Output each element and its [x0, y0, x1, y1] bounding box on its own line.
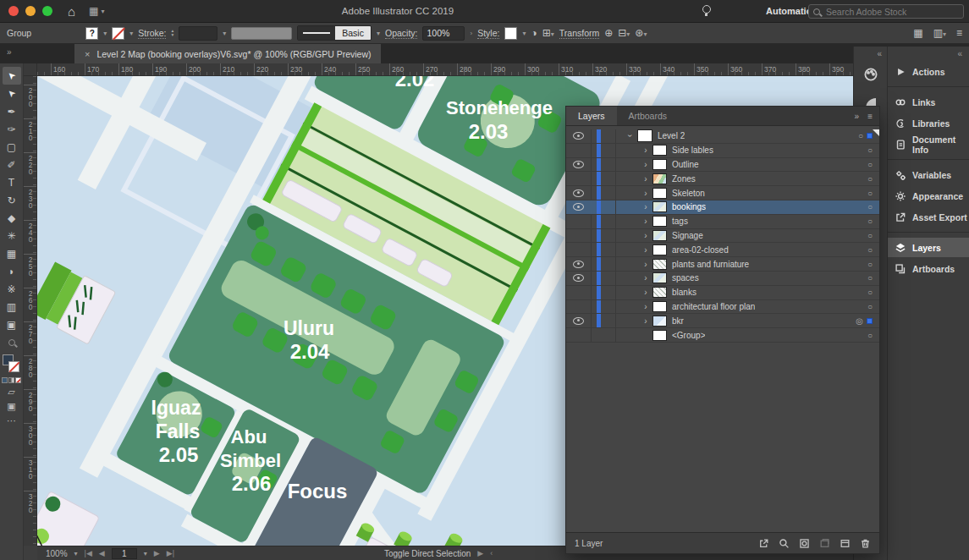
- edit-toolbar-icon[interactable]: ⋯: [7, 415, 16, 426]
- adobe-stock-search[interactable]: [808, 4, 964, 19]
- document-tab[interactable]: × Level 2 Map (booking overlays)V6.svg* …: [74, 44, 381, 63]
- make-clipping-mask-icon[interactable]: [799, 538, 810, 549]
- layer-name[interactable]: Level 2: [658, 131, 685, 140]
- graph-tool[interactable]: ▥: [3, 298, 21, 316]
- layer-name[interactable]: Signage: [672, 231, 703, 240]
- ruler-origin-corner[interactable]: [24, 63, 37, 76]
- layer-name[interactable]: bookings: [672, 202, 706, 211]
- none-mode-icon[interactable]: [15, 377, 21, 383]
- visibility-toggle[interactable]: [566, 274, 591, 282]
- home-icon[interactable]: ⌂: [68, 4, 75, 19]
- transform-link[interactable]: Transform: [559, 28, 599, 39]
- target-circle-icon[interactable]: ○: [867, 273, 873, 283]
- hint-back-icon[interactable]: ‹: [490, 549, 493, 557]
- hint-next-icon[interactable]: ▶: [477, 549, 483, 557]
- delete-layer-icon[interactable]: [860, 538, 871, 549]
- collect-for-export-icon[interactable]: [758, 538, 769, 549]
- next-artboard-icon[interactable]: ▶: [154, 549, 160, 557]
- target-circle-icon[interactable]: ○: [867, 189, 873, 198]
- selection-tool[interactable]: ➤: [3, 67, 21, 85]
- eyedropper-tool[interactable]: ◗: [3, 262, 21, 280]
- collapse-panels-icon[interactable]: «: [877, 49, 882, 58]
- zoom-tool[interactable]: [3, 333, 21, 351]
- zoom-level[interactable]: 100%: [46, 549, 68, 558]
- layer-row[interactable]: ›architectural floor plan○: [566, 300, 879, 315]
- dock-panel-actions[interactable]: Actions: [888, 62, 969, 81]
- expand-chevron-icon[interactable]: ›: [639, 288, 652, 297]
- magic-wand-tool[interactable]: ✳: [3, 227, 21, 244]
- layer-name[interactable]: Skeleton: [672, 189, 705, 198]
- tab-artboards[interactable]: Artboards: [617, 107, 680, 125]
- close-tab-icon[interactable]: ×: [85, 49, 90, 59]
- style-label[interactable]: Style:: [477, 28, 499, 39]
- lightbulb-icon[interactable]: [702, 5, 711, 14]
- panel-menu-icon[interactable]: ≡: [867, 112, 873, 121]
- layer-row[interactable]: ›Signage○: [566, 229, 879, 244]
- artboard-number-field[interactable]: [112, 548, 137, 559]
- layer-row[interactable]: <Group>○: [566, 328, 879, 343]
- shape-options-icon[interactable]: ⊛▾: [635, 27, 647, 39]
- opacity-field[interactable]: 100%: [422, 26, 465, 41]
- layer-name[interactable]: Zones: [672, 174, 696, 184]
- dock-panel-artboards[interactable]: Artboards: [888, 259, 969, 278]
- chevron-down-icon[interactable]: ▾: [74, 550, 78, 557]
- expand-chevron-icon[interactable]: ›: [639, 202, 652, 211]
- expand-chevron-icon[interactable]: ›: [639, 217, 652, 226]
- target-circle-icon[interactable]: ◎: [856, 316, 863, 326]
- expand-chevron-icon[interactable]: ›: [639, 302, 652, 311]
- panel-menu-icon[interactable]: ≡: [956, 27, 962, 39]
- layer-row[interactable]: ›plants and furniature○: [566, 257, 879, 272]
- fill-stroke-swatches[interactable]: [3, 354, 21, 375]
- color-mode-icon[interactable]: [2, 377, 8, 383]
- target-circle-icon[interactable]: ○: [867, 202, 873, 211]
- target-circle-icon[interactable]: ○: [867, 260, 873, 269]
- document-layout-icon[interactable]: ▥▾: [933, 27, 946, 39]
- last-artboard-icon[interactable]: ▶|: [167, 549, 174, 557]
- layer-row[interactable]: ›Side lables○: [566, 144, 879, 158]
- layer-row[interactable]: ›bkr◎: [566, 314, 879, 328]
- layer-name[interactable]: architectural floor plan: [672, 302, 755, 311]
- selection-color-square[interactable]: [867, 133, 873, 139]
- style-swatch[interactable]: [504, 27, 517, 40]
- expand-chevron-icon[interactable]: ›: [639, 316, 652, 326]
- chevron-down-icon[interactable]: ▾: [103, 30, 107, 37]
- selection-color-square[interactable]: [867, 318, 873, 324]
- target-circle-icon[interactable]: ○: [867, 231, 873, 240]
- stroke-weight-field[interactable]: [179, 26, 217, 41]
- chevron-right-icon[interactable]: ›: [470, 30, 472, 37]
- layer-name[interactable]: plants and furniature: [672, 260, 749, 269]
- layer-row[interactable]: ›tags○: [566, 215, 879, 229]
- expand-chevron-icon[interactable]: ›: [639, 231, 652, 240]
- arrange-documents-icon[interactable]: ▦: [913, 27, 922, 39]
- dock-panel-asset-export[interactable]: Asset Export: [888, 207, 969, 227]
- layer-row[interactable]: ›Zones○: [566, 172, 879, 186]
- dock-panel-links[interactable]: Links: [888, 92, 969, 112]
- expand-chevron-icon[interactable]: ›: [624, 131, 637, 140]
- target-circle-icon[interactable]: ○: [858, 131, 863, 140]
- visibility-toggle[interactable]: [566, 161, 591, 168]
- expand-chevron-icon[interactable]: ›: [639, 174, 652, 184]
- stroke-weight-stepper[interactable]: ▴▾: [171, 29, 173, 37]
- layer-name[interactable]: bkr: [672, 316, 684, 326]
- panel-more-icon[interactable]: »: [855, 112, 860, 121]
- direct-selection-tool[interactable]: ➤: [3, 85, 21, 102]
- eraser-tool[interactable]: ◆: [3, 209, 21, 227]
- workspace-switcher[interactable]: ▦ ▾: [89, 5, 104, 17]
- target-circle-icon[interactable]: ○: [867, 302, 873, 311]
- chevron-down-icon[interactable]: ▾: [522, 30, 526, 37]
- expand-chevron-icon[interactable]: ›: [639, 245, 652, 255]
- expand-chevron-icon[interactable]: ›: [639, 273, 652, 283]
- layer-row[interactable]: ›blanks○: [566, 286, 879, 300]
- distribute-icon[interactable]: ⊟▾: [618, 27, 630, 39]
- visibility-toggle[interactable]: [566, 261, 591, 268]
- layer-name[interactable]: Side lables: [672, 145, 713, 155]
- stroke-color-swatch[interactable]: [8, 361, 19, 372]
- visibility-toggle[interactable]: [566, 189, 591, 197]
- search-input[interactable]: [824, 6, 951, 18]
- layer-row[interactable]: ›spaces○: [566, 272, 879, 286]
- chevron-down-icon[interactable]: ▾: [144, 550, 147, 557]
- close-window-button[interactable]: [8, 6, 19, 16]
- stroke-label[interactable]: Stroke:: [138, 28, 166, 39]
- width-profile-select[interactable]: [231, 27, 292, 40]
- layer-name[interactable]: <Group>: [672, 331, 705, 340]
